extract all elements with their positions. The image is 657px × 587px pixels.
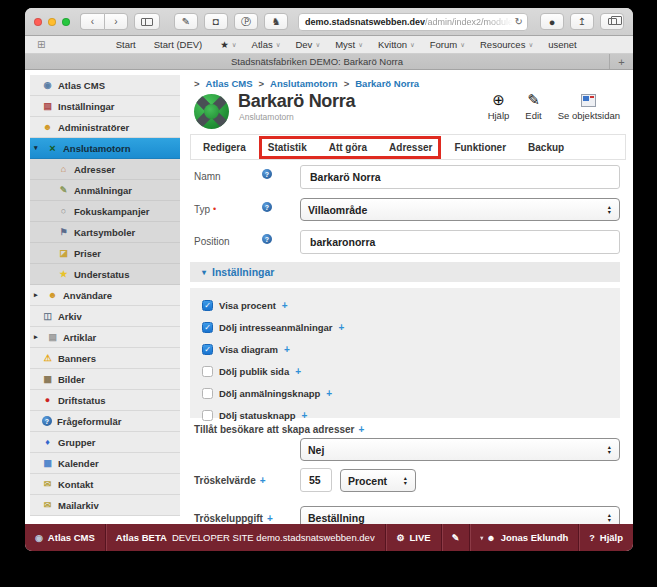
sidebar-item-anslutamotorn[interactable]: ▾×Anslutamotorn [30,138,180,159]
caret-down-icon[interactable]: ▾ [34,144,42,152]
add-plus[interactable]: + [339,322,345,333]
section-installningar-header[interactable]: ▾ Inställningar [190,262,620,282]
sidebar-item-artiklar[interactable]: ▸▤Artiklar [30,327,180,348]
sidebar-item-understatus[interactable]: ★Understatus [30,264,180,285]
sidebar-item-kartsymboler[interactable]: ⚑Kartsymboler [30,222,180,243]
address-bar[interactable]: demo.stadsnatswebben.dev/admin/index2/mo… [298,13,528,31]
chevron-down-icon: ∨ [276,41,281,49]
breadcrumb-anslutamotorn[interactable]: Anslutamotorn [270,78,338,89]
position-help-icon[interactable]: ? [262,234,272,244]
sidebar-item-frageformular[interactable]: ?Frågeformulär [30,411,180,432]
help-button[interactable]: ⊕ Hjälp [488,92,510,121]
chevron-down-icon: ∨ [410,41,415,49]
tab-redigera[interactable]: Redigera [203,142,246,153]
sidebar-item-priser[interactable]: ◪Priser [30,243,180,264]
active-tab[interactable]: Stadsnätsfabriken DEMO: Barkarö Norra [25,54,609,69]
tab-funktioner[interactable]: Funktioner [454,142,506,153]
tab-adresser[interactable]: Adresser [389,142,432,153]
dolj-intresseanmalningar-checkbox[interactable]: ✓ [202,322,213,333]
sidebar-item-kalender[interactable]: ▦Kalender [30,453,180,474]
typ-help-icon[interactable]: ? [262,202,272,212]
sidebar-item-anvandare[interactable]: ▸☻Användare [30,285,180,306]
visa-diagram-checkbox[interactable]: ✓ [202,344,213,355]
bookmark-start[interactable]: Start [116,39,139,50]
sidebar-item-bilder[interactable]: ▦Bilder [30,369,180,390]
extension-pinterest-button[interactable]: Ⓟ [234,13,258,30]
sidebar-item-banners[interactable]: ⚠Banners [30,348,180,369]
zoom-window-button[interactable] [62,18,70,26]
bookmark-start-dev[interactable]: Start (DEV) [154,39,206,50]
sidebar-item-atlas-cms[interactable]: ◉Atlas CMS [30,75,180,96]
help-menu[interactable]: ? Hjälp [579,524,633,551]
user-menu[interactable]: ▾ ☻ Jonas Eklundh [470,524,579,551]
tab-backup[interactable]: Backup [528,142,564,153]
live-mode-button[interactable]: ⚙ LIVE [386,524,441,551]
breadcrumb-barkaro-norra[interactable]: Barkarö Norra [355,78,419,89]
add-plus[interactable]: + [260,475,266,486]
position-input[interactable]: barkaronorra [300,230,620,254]
close-window-button[interactable] [34,18,42,26]
tab-overview-button[interactable] [600,13,624,30]
share-button[interactable]: ↥ [570,13,594,30]
bookmark-forum-folder[interactable]: Forum∨ [430,39,465,50]
sidebar-item-fokuskampanjer[interactable]: ○Fokuskampanjer [30,201,180,222]
tab-att-gora[interactable]: Att göra [329,142,367,153]
tab-statistik[interactable]: Statistik [268,142,307,153]
sidebar-item-adresser[interactable]: ⌂Adresser [30,159,180,180]
namn-help-icon[interactable]: ? [262,169,272,179]
settings-icon: ▤ [42,101,53,111]
extension-lock-button[interactable]: ◘ [204,13,228,30]
sidebar-item-kontakt[interactable]: ✉Kontakt [30,474,180,495]
sidebar-item-driftstatus[interactable]: ●Driftstatus [30,390,180,411]
breadcrumb-atlas-cms[interactable]: Atlas CMS [206,78,253,89]
extension-misc-button[interactable]: ♞ [264,13,288,30]
troskelvarde-input[interactable]: 55 [300,468,332,492]
add-plus[interactable]: + [284,344,290,355]
dolj-anmalningsknapp-checkbox[interactable] [202,388,213,399]
dolj-publik-sida-checkbox[interactable] [202,366,213,377]
add-plus[interactable]: + [267,513,273,524]
bookmark-dev-folder[interactable]: Dev∨ [295,39,320,50]
edit-button[interactable]: ✎ Edit [525,92,541,121]
forward-button[interactable]: › [104,13,128,30]
add-plus[interactable]: + [295,366,301,377]
back-button[interactable]: ‹ [80,13,104,30]
statusbar-site-info: Atlas BETA DEVELOPER SITE demo.stadsnats… [106,524,387,551]
extension-compose-button[interactable]: ✎ [174,13,198,30]
statusbar-brand[interactable]: ◉ Atlas CMS [25,524,106,551]
bookmark-kvitton-folder[interactable]: Kvitton∨ [378,39,415,50]
sidebar-item-arkiv[interactable]: ◫Arkiv [30,306,180,327]
bookmark-atlas-folder[interactable]: Atlas∨ [252,39,281,50]
add-plus[interactable]: + [282,300,288,311]
frequently-visited-grid-icon[interactable]: ⊞ [37,39,45,50]
reload-icon[interactable]: ↻ [515,16,523,27]
typ-select[interactable]: Villaområde ▲▼ [300,198,620,221]
add-plus[interactable]: + [302,410,308,421]
view-object-page-button[interactable]: Se objektsidan [558,92,620,121]
sidebar-item-grupper[interactable]: ♦Grupper [30,432,180,453]
extension-ghost-button[interactable]: ● [540,13,564,30]
bookmark-resources-folder[interactable]: Resources∨ [480,39,533,50]
edit-mode-button[interactable]: ✎ [442,524,471,551]
sidebar-toggle-button[interactable] [134,13,160,30]
add-plus[interactable]: + [358,424,364,435]
sidebar-item-anmalningar[interactable]: ✎Anmälningar [30,180,180,201]
bookmark-usenet[interactable]: usenet [548,39,580,50]
bookmark-myst-folder[interactable]: Myst∨ [335,39,363,50]
troskelvarde-unit-select[interactable]: Procent ▲▼ [340,469,416,492]
dolj-statusknapp-checkbox[interactable] [202,410,213,421]
namn-input[interactable]: Barkarö Norra [300,165,620,189]
sidebar-item-installningar[interactable]: ▤Inställningar [30,96,180,117]
sidebar-item-mailarkiv[interactable]: ✉Mailarkiv [30,495,180,516]
bookmark-favorites-folder[interactable]: ★∨ [220,39,236,50]
tillat-select[interactable]: Nej ▲▼ [300,438,620,461]
caret-right-icon[interactable]: ▸ [34,291,42,299]
section-tabs: Redigera Statistik Att göra Adresser Fun… [190,134,626,160]
new-tab-button[interactable]: + [609,54,633,69]
add-plus[interactable]: + [326,388,332,399]
visa-procent-checkbox[interactable]: ✓ [202,300,213,311]
troskeluppgift-select[interactable]: Beställning ▲▼ [300,506,620,524]
sidebar-item-administratorer[interactable]: ☻Administratörer [30,117,180,138]
caret-right-icon[interactable]: ▸ [34,333,42,341]
minimize-window-button[interactable] [48,18,56,26]
